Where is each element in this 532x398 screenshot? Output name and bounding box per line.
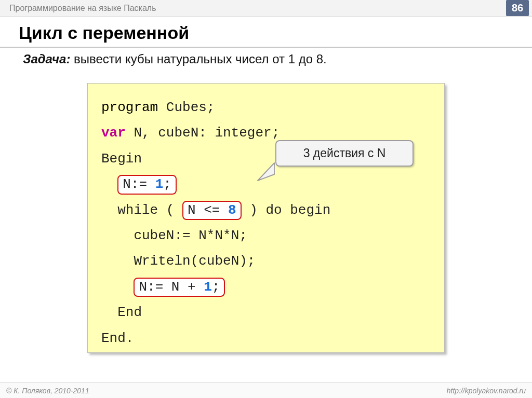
divider [0,47,532,48]
code-text: End [101,305,142,320]
code-text [101,176,117,192]
code-text: Writeln(cubeN); [101,253,255,269]
task-line: Задача: вывести кубы натуральных чисел о… [23,52,327,66]
task-label: Задача: [23,52,70,66]
code-block: program Cubes; var N, cubeN: integer; Be… [101,95,431,351]
callout: 3 действия с N [275,140,414,167]
highlight-cond: N <= 8 [182,201,242,221]
slide: Программирование на языке Паскаль 86 Цик… [0,0,532,398]
code-text: End. [101,331,134,346]
code-text: ) do begin [242,202,331,218]
svg-marker-0 [258,163,274,181]
highlight-incr: N:= N + 1; [134,278,225,297]
code-text: while ( [101,202,182,218]
code-text [101,279,134,295]
code-text: Cubes; [158,100,215,115]
code-kw-program: program [101,100,158,115]
code-box: program Cubes; var N, cubeN: integer; Be… [87,83,445,353]
code-text: Begin [101,151,142,167]
page-number: 86 [506,0,529,16]
footer-url: http://kpolyakov.narod.ru [447,387,526,395]
topbar: Программирование на языке Паскаль 86 [0,0,532,17]
highlight-init: N:= 1; [117,175,177,195]
code-kw-var: var [101,125,126,141]
footer: © К. Поляков, 2010-2011 http://kpolyakov… [0,382,532,398]
topbar-title: Программирование на языке Паскаль [9,4,156,13]
code-text: cubeN:= N*N*N; [101,228,247,243]
page-title: Цикл с переменной [19,23,189,43]
footer-copyright: © К. Поляков, 2010-2011 [6,387,89,395]
code-text: N, cubeN: integer; [126,125,280,141]
callout-text: 3 действия с N [275,140,414,167]
task-text: вывести кубы натуральных чисел от 1 до 8… [70,52,326,66]
